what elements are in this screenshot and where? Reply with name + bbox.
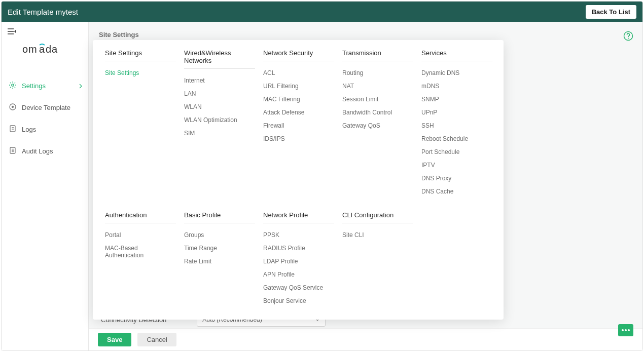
menu-item-dns-cache[interactable]: DNS Cache [421,185,492,198]
menu-item-firewall[interactable]: Firewall [263,119,334,132]
menu-item-sim[interactable]: SIM [184,127,255,140]
svg-rect-9 [10,126,15,132]
menu-item-upnp[interactable]: UPnP [421,106,492,119]
list-icon [9,146,17,156]
sidebar-item-audit-logs[interactable]: Audit Logs [2,142,88,160]
save-button[interactable]: Save [98,333,131,346]
svg-text:da: da [46,44,58,55]
svg-point-8 [12,106,14,108]
sidebar-item-label: Audit Logs [22,147,53,155]
menu-item-apn-profile[interactable]: APN Profile [263,268,334,281]
menu-header: CLI Configuration [342,211,413,223]
help-icon[interactable] [623,31,633,43]
menu-item-attack-defense[interactable]: Attack Defense [263,106,334,119]
chevron-right-icon [79,84,82,89]
mega-menu: Site SettingsSite SettingsWired&Wireless… [93,40,504,320]
menu-item-ssh[interactable]: SSH [421,119,492,132]
menu-item-routing[interactable]: Routing [342,66,413,80]
menu-header: Authentication [105,211,176,223]
menu-header: Services [421,49,492,61]
menu-item-iptv[interactable]: IPTV [421,159,492,172]
menu-header: Network Security [263,49,334,61]
menu-item-wlan[interactable]: WLAN [184,100,255,113]
target-icon [9,103,17,112]
sidebar-item-label: Logs [22,126,36,133]
page-title: Edit Template mytest [8,8,78,16]
menu-item-mdns[interactable]: mDNS [421,80,492,93]
menu-header: Transmission [342,49,413,61]
sidebar-item-settings[interactable]: Settings [2,77,88,95]
menu-header: Wired&Wireless Networks [184,49,255,69]
menu-item-ids-ips[interactable]: IDS/IPS [263,132,334,145]
menu-item-ldap-profile[interactable]: LDAP Profile [263,255,334,268]
menu-item-session-limit[interactable]: Session Limit [342,93,413,106]
svg-text:om: om [22,44,38,55]
breadcrumb: Site Settings [89,31,642,38]
back-to-list-button[interactable]: Back To List [586,5,636,19]
menu-item-gateway-qos[interactable]: Gateway QoS [342,119,413,132]
menu-item-acl[interactable]: ACL [263,66,334,80]
menu-item-ppsk[interactable]: PPSK [263,228,334,242]
menu-item-bandwidth-control[interactable]: Bandwidth Control [342,106,413,119]
menu-header: Site Settings [105,49,176,61]
menu-item-radius-profile[interactable]: RADIUS Profile [263,242,334,255]
menu-item-wlan-optimization[interactable]: WLAN Optimization [184,113,255,127]
menu-item-portal[interactable]: Portal [105,228,176,242]
svg-point-17 [628,38,629,39]
menu-item-snmp[interactable]: SNMP [421,93,492,106]
menu-item-mac-based-authentication[interactable]: MAC-Based Authentication [105,242,176,262]
menu-item-url-filtering[interactable]: URL Filtering [263,80,334,93]
sidebar-item-device-template[interactable]: Device Template [2,99,88,116]
menu-item-lan[interactable]: LAN [184,87,255,100]
chat-icon[interactable] [618,324,633,336]
doc-icon [9,125,17,134]
menu-header: Basic Profile [184,211,255,223]
sidebar-item-logs[interactable]: Logs [2,121,88,138]
menu-item-dns-proxy[interactable]: DNS Proxy [421,172,492,185]
menu-item-site-settings[interactable]: Site Settings [105,66,176,80]
collapse-sidebar-icon[interactable] [2,28,88,35]
menu-item-site-cli[interactable]: Site CLI [342,228,413,242]
menu-item-mac-filtering[interactable]: MAC Filtering [263,93,334,106]
menu-item-groups[interactable]: Groups [184,228,255,242]
menu-item-reboot-schedule[interactable]: Reboot Schedule [421,132,492,145]
svg-point-6 [12,84,14,86]
menu-header: Network Profile [263,211,334,223]
menu-item-nat[interactable]: NAT [342,80,413,93]
menu-item-bonjour-service[interactable]: Bonjour Service [263,294,334,307]
menu-item-port-schedule[interactable]: Port Schedule [421,145,492,159]
menu-item-internet[interactable]: Internet [184,74,255,87]
menu-item-rate-limit[interactable]: Rate Limit [184,255,255,268]
menu-item-gateway-qos-service[interactable]: Gateway QoS Service [263,281,334,294]
sidebar-item-label: Settings [22,82,46,90]
cancel-button[interactable]: Cancel [137,333,176,346]
sidebar-item-label: Device Template [22,104,70,111]
menu-item-dynamic-dns[interactable]: Dynamic DNS [421,66,492,80]
gear-icon [9,81,17,91]
brand-logo: om a da [2,43,88,57]
menu-item-time-range[interactable]: Time Range [184,242,255,255]
